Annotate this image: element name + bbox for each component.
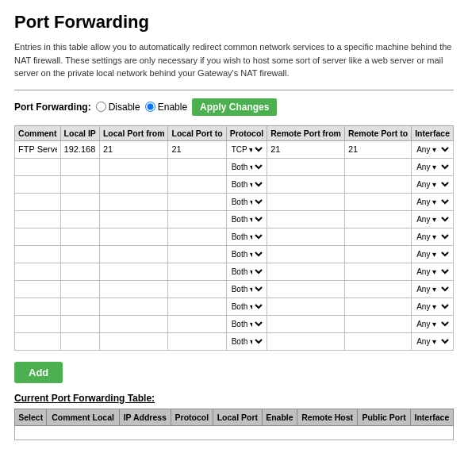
interface-select[interactable]: Any ▾ WAN ▾ LAN ▾: [413, 144, 451, 155]
local-ip-input[interactable]: [63, 178, 98, 190]
rp-to-input[interactable]: [347, 283, 409, 294]
rp-from-input[interactable]: [269, 283, 343, 294]
local-ip-input[interactable]: [63, 301, 98, 312]
disable-radio[interactable]: [96, 102, 106, 112]
lp-to-input[interactable]: [170, 248, 224, 259]
lp-from-input[interactable]: [102, 301, 167, 312]
add-button[interactable]: Add: [14, 362, 63, 383]
local-ip-input[interactable]: [63, 283, 98, 294]
rp-from-input[interactable]: [269, 231, 343, 242]
comment-input[interactable]: [17, 301, 59, 312]
lp-from-input[interactable]: [102, 318, 167, 329]
rp-to-input[interactable]: [347, 196, 409, 207]
protocol-select[interactable]: TCP ▾ UDP ▾ Both ▾: [228, 162, 266, 172]
disable-label[interactable]: Disable: [96, 102, 140, 113]
comment-input[interactable]: [17, 336, 59, 347]
comment-input[interactable]: [17, 266, 59, 277]
rp-to-input[interactable]: [347, 336, 409, 347]
local-ip-input[interactable]: [63, 266, 98, 277]
interface-select[interactable]: Any ▾ WAN ▾ LAN ▾: [413, 179, 451, 190]
protocol-select[interactable]: TCP ▾ UDP ▾ Both ▾: [228, 336, 266, 347]
rp-to-input[interactable]: [347, 161, 409, 172]
comment-input[interactable]: [17, 196, 59, 207]
rp-to-input[interactable]: [347, 266, 409, 277]
comment-input[interactable]: [17, 318, 59, 329]
comment-input[interactable]: [17, 144, 59, 155]
lp-from-input[interactable]: [102, 248, 167, 259]
rp-from-input[interactable]: [269, 318, 343, 329]
lp-from-input[interactable]: [102, 161, 167, 172]
protocol-select[interactable]: TCP ▾ UDP ▾ Both ▾: [228, 232, 266, 242]
lp-to-input[interactable]: [170, 301, 224, 312]
protocol-select[interactable]: TCP ▾ UDP ▾ Both ▾: [228, 249, 266, 259]
rp-from-input[interactable]: [269, 196, 343, 207]
rp-from-input[interactable]: [269, 161, 343, 172]
rp-to-input[interactable]: [347, 248, 409, 259]
interface-select[interactable]: Any ▾ WAN ▾ LAN ▾: [413, 214, 451, 225]
lp-to-input[interactable]: [170, 178, 224, 190]
rp-to-input[interactable]: [347, 178, 409, 190]
comment-input[interactable]: [17, 283, 59, 294]
interface-select[interactable]: Any ▾ WAN ▾ LAN ▾: [413, 197, 451, 207]
lp-from-input[interactable]: [102, 213, 167, 225]
rp-to-input[interactable]: [347, 318, 409, 329]
lp-to-input[interactable]: [170, 196, 224, 207]
lp-from-input[interactable]: [102, 283, 167, 294]
rp-to-input[interactable]: [347, 301, 409, 312]
interface-select[interactable]: Any ▾ WAN ▾ LAN ▾: [413, 232, 451, 242]
comment-input[interactable]: [17, 161, 59, 172]
lp-to-input[interactable]: [170, 231, 224, 242]
protocol-select[interactable]: TCP ▾ UDP ▾ Both ▾: [228, 179, 266, 190]
local-ip-input[interactable]: [63, 213, 98, 225]
local-ip-input[interactable]: [63, 144, 98, 155]
comment-input[interactable]: [17, 178, 59, 190]
protocol-select[interactable]: TCP ▾ UDP ▾ Both ▾: [228, 301, 266, 312]
comment-input[interactable]: [17, 231, 59, 242]
lp-from-input[interactable]: [102, 196, 167, 207]
rp-to-input[interactable]: [347, 231, 409, 242]
comment-input[interactable]: [17, 248, 59, 259]
lp-to-input[interactable]: [170, 144, 224, 155]
local-ip-input[interactable]: [63, 231, 98, 242]
interface-select[interactable]: Any ▾ WAN ▾ LAN ▾: [413, 249, 451, 259]
apply-changes-button[interactable]: Apply Changes: [192, 98, 277, 116]
interface-select[interactable]: Any ▾ WAN ▾ LAN ▾: [413, 301, 451, 312]
lp-from-input[interactable]: [102, 336, 167, 347]
rp-from-input[interactable]: [269, 301, 343, 312]
rp-from-input[interactable]: [269, 248, 343, 259]
protocol-select[interactable]: TCP ▾ UDP ▾ Both ▾: [228, 267, 266, 277]
interface-select[interactable]: Any ▾ WAN ▾ LAN ▾: [413, 336, 451, 347]
protocol-select[interactable]: TCP ▾ UDP ▾ Both ▾: [228, 197, 266, 207]
local-ip-input[interactable]: [63, 248, 98, 259]
lp-to-input[interactable]: [170, 318, 224, 329]
lp-to-input[interactable]: [170, 336, 224, 347]
rp-to-input[interactable]: [347, 144, 409, 155]
enable-radio[interactable]: [145, 102, 155, 112]
lp-to-input[interactable]: [170, 213, 224, 225]
local-ip-input[interactable]: [63, 161, 98, 172]
rp-from-input[interactable]: [269, 144, 343, 155]
rp-from-input[interactable]: [269, 178, 343, 190]
protocol-select[interactable]: TCP ▾ UDP ▾ Both ▾: [228, 144, 266, 155]
enable-label[interactable]: Enable: [145, 102, 187, 113]
local-ip-input[interactable]: [63, 336, 98, 347]
lp-to-input[interactable]: [170, 283, 224, 294]
rp-to-input[interactable]: [347, 213, 409, 225]
lp-to-input[interactable]: [170, 266, 224, 277]
protocol-select[interactable]: TCP ▾ UDP ▾ Both ▾: [228, 214, 266, 225]
interface-select[interactable]: Any ▾ WAN ▾ LAN ▾: [413, 319, 451, 329]
lp-from-input[interactable]: [102, 231, 167, 242]
interface-select[interactable]: Any ▾ WAN ▾ LAN ▾: [413, 267, 451, 277]
interface-select[interactable]: Any ▾ WAN ▾ LAN ▾: [413, 162, 451, 172]
rp-from-input[interactable]: [269, 266, 343, 277]
local-ip-input[interactable]: [63, 196, 98, 207]
interface-select[interactable]: Any ▾ WAN ▾ LAN ▾: [413, 284, 451, 294]
lp-from-input[interactable]: [102, 178, 167, 190]
rp-from-input[interactable]: [269, 213, 343, 225]
rp-from-input[interactable]: [269, 336, 343, 347]
protocol-select[interactable]: TCP ▾ UDP ▾ Both ▾: [228, 284, 266, 294]
comment-input[interactable]: [17, 213, 59, 225]
lp-from-input[interactable]: [102, 144, 167, 155]
lp-to-input[interactable]: [170, 161, 224, 172]
protocol-select[interactable]: TCP ▾ UDP ▾ Both ▾: [228, 319, 266, 329]
